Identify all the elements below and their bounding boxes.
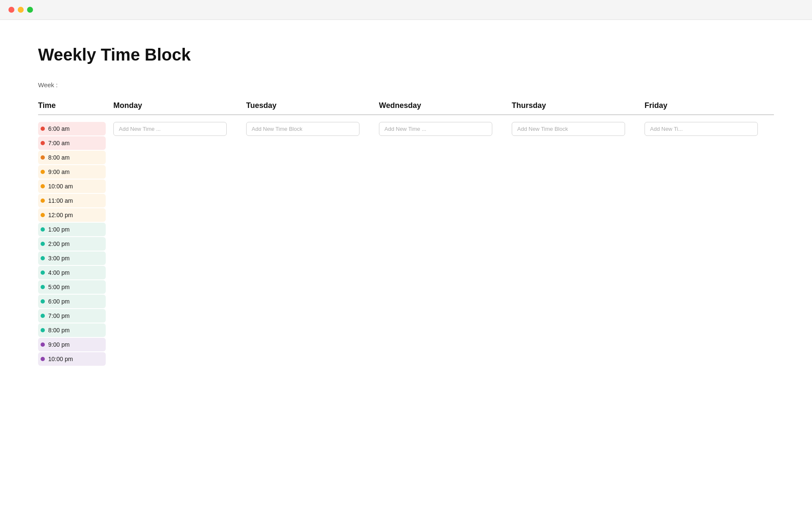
time-slot-label: 11:00 am [48, 197, 73, 204]
time-slot: 2:00 pm [38, 237, 106, 251]
titlebar [0, 0, 812, 20]
time-column: 6:00 am7:00 am8:00 am9:00 am10:00 am11:0… [38, 122, 110, 367]
monday-label: Monday [113, 101, 142, 110]
time-slot: 12:00 pm [38, 208, 106, 222]
time-slot-label: 10:00 am [48, 183, 73, 190]
monday-column: Add New Time ... [110, 122, 243, 367]
time-slot-label: 8:00 am [48, 154, 70, 161]
calendar-grid: Time Monday Tuesday Wednesday Thursday F… [38, 101, 774, 367]
time-dot-icon [41, 199, 45, 203]
time-dot-icon [41, 184, 45, 188]
friday-column: Add New Ti... [641, 122, 774, 367]
time-dot-icon [41, 155, 45, 160]
week-label: Week : [38, 81, 774, 88]
time-slot: 7:00 am [38, 136, 106, 150]
maximize-dot[interactable] [27, 7, 33, 13]
time-slot-label: 5:00 pm [48, 284, 70, 290]
friday-add-block-button[interactable]: Add New Ti... [645, 122, 758, 136]
time-slot: 11:00 am [38, 194, 106, 207]
time-slot: 6:00 am [38, 122, 106, 135]
time-slot-label: 3:00 pm [48, 255, 70, 262]
time-slot-label: 7:00 pm [48, 312, 70, 319]
time-slot: 7:00 pm [38, 309, 106, 323]
main-content: Weekly Time Block Week : Time Monday Tue… [0, 20, 812, 392]
monday-header: Monday [110, 101, 243, 115]
thursday-label: Thursday [512, 101, 546, 110]
time-dot-icon [41, 242, 45, 246]
time-column-header: Time [38, 101, 110, 115]
time-dot-icon [41, 271, 45, 275]
time-header-label: Time [38, 101, 56, 110]
time-dot-icon [41, 170, 45, 174]
time-dot-icon [41, 141, 45, 145]
time-slot-label: 9:00 am [48, 168, 70, 175]
time-slot: 8:00 am [38, 151, 106, 164]
wednesday-add-block-button[interactable]: Add New Time ... [379, 122, 492, 136]
time-slot: 10:00 pm [38, 352, 106, 366]
time-slot-label: 4:00 pm [48, 269, 70, 276]
time-slot: 6:00 pm [38, 295, 106, 308]
tuesday-column: Add New Time Block [243, 122, 376, 367]
time-dot-icon [41, 227, 45, 232]
tuesday-header: Tuesday [243, 101, 376, 115]
tuesday-add-block-button[interactable]: Add New Time Block [246, 122, 359, 136]
time-slot-label: 6:00 am [48, 125, 70, 132]
close-dot[interactable] [8, 7, 14, 13]
thursday-header: Thursday [508, 101, 641, 115]
time-slot-label: 8:00 pm [48, 327, 70, 334]
wednesday-label: Wednesday [379, 101, 421, 110]
time-slot: 8:00 pm [38, 323, 106, 337]
time-slot: 4:00 pm [38, 266, 106, 279]
time-dot-icon [41, 299, 45, 304]
time-slot-label: 12:00 pm [48, 212, 73, 218]
time-slot: 1:00 pm [38, 223, 106, 236]
time-slot: 9:00 pm [38, 338, 106, 351]
time-slot: 5:00 pm [38, 280, 106, 294]
time-slot: 10:00 am [38, 179, 106, 193]
time-slot: 3:00 pm [38, 251, 106, 265]
time-dot-icon [41, 328, 45, 332]
friday-label: Friday [645, 101, 667, 110]
time-slot-label: 6:00 pm [48, 298, 70, 305]
time-dot-icon [41, 314, 45, 318]
monday-add-block-button[interactable]: Add New Time ... [113, 122, 227, 136]
wednesday-column: Add New Time ... [376, 122, 508, 367]
time-dot-icon [41, 342, 45, 347]
tuesday-label: Tuesday [246, 101, 277, 110]
time-slot-label: 2:00 pm [48, 240, 70, 247]
friday-header: Friday [641, 101, 774, 115]
page-title: Weekly Time Block [38, 45, 774, 64]
time-dot-icon [41, 256, 45, 260]
wednesday-header: Wednesday [376, 101, 508, 115]
time-slot-label: 9:00 pm [48, 341, 70, 348]
time-slot: 9:00 am [38, 165, 106, 179]
time-dot-icon [41, 285, 45, 289]
time-slot-label: 7:00 am [48, 140, 70, 146]
thursday-column: Add New Time Block [508, 122, 641, 367]
time-slot-label: 10:00 pm [48, 356, 73, 362]
minimize-dot[interactable] [18, 7, 24, 13]
time-slot-label: 1:00 pm [48, 226, 70, 233]
thursday-add-block-button[interactable]: Add New Time Block [512, 122, 625, 136]
time-dot-icon [41, 213, 45, 217]
time-dot-icon [41, 127, 45, 131]
time-dot-icon [41, 357, 45, 361]
